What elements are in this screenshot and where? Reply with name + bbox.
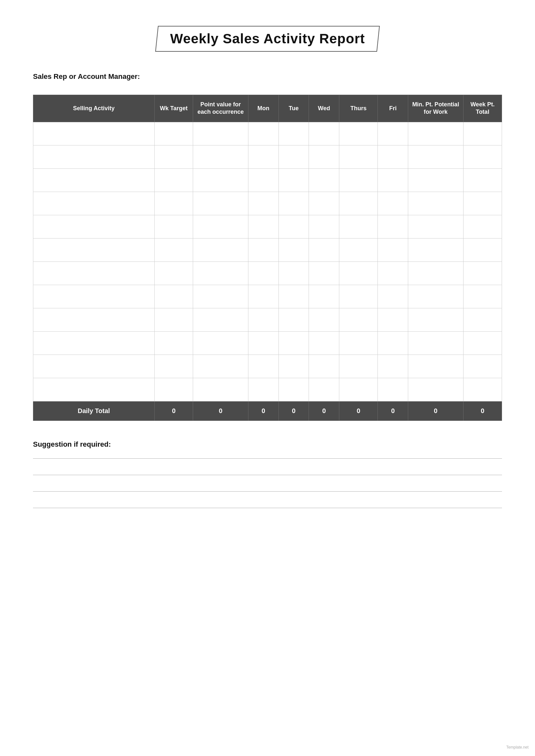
cell-mon-row-10[interactable] [248, 355, 278, 378]
cell-thurs-row-4[interactable] [339, 215, 378, 238]
cell-wed-row-4[interactable] [309, 215, 339, 238]
cell-wed-row-8[interactable] [309, 308, 339, 331]
cell-point_value-row-6[interactable] [193, 261, 248, 285]
cell-mon-row-11[interactable] [248, 378, 278, 401]
cell-thurs-row-0[interactable] [339, 122, 378, 145]
cell-thurs-row-9[interactable] [339, 331, 378, 355]
cell-fri-row-0[interactable] [378, 122, 408, 145]
cell-wk_target-row-11[interactable] [155, 378, 193, 401]
cell-point_value-row-0[interactable] [193, 122, 248, 145]
cell-tue-row-2[interactable] [278, 168, 309, 192]
cell-tue-row-7[interactable] [278, 285, 309, 308]
cell-tue-row-3[interactable] [278, 192, 309, 215]
cell-fri-row-4[interactable] [378, 215, 408, 238]
cell-week_pt_total-row-9[interactable] [463, 331, 502, 355]
cell-wed-row-10[interactable] [309, 355, 339, 378]
cell-tue-row-6[interactable] [278, 261, 309, 285]
cell-week_pt_total-row-10[interactable] [463, 355, 502, 378]
cell-fri-row-3[interactable] [378, 192, 408, 215]
cell-fri-row-2[interactable] [378, 168, 408, 192]
cell-wk_target-row-3[interactable] [155, 192, 193, 215]
cell-tue-row-10[interactable] [278, 355, 309, 378]
cell-point_value-row-1[interactable] [193, 145, 248, 168]
cell-wed-row-1[interactable] [309, 145, 339, 168]
cell-thurs-row-11[interactable] [339, 378, 378, 401]
cell-wk_target-row-4[interactable] [155, 215, 193, 238]
cell-min_pt-row-9[interactable] [408, 331, 463, 355]
cell-thurs-row-6[interactable] [339, 261, 378, 285]
cell-week_pt_total-row-0[interactable] [463, 122, 502, 145]
cell-wed-row-2[interactable] [309, 168, 339, 192]
cell-mon-row-2[interactable] [248, 168, 278, 192]
cell-selling_activity-row-1[interactable] [33, 145, 155, 168]
cell-min_pt-row-1[interactable] [408, 145, 463, 168]
cell-mon-row-9[interactable] [248, 331, 278, 355]
cell-thurs-row-10[interactable] [339, 355, 378, 378]
cell-selling_activity-row-11[interactable] [33, 378, 155, 401]
cell-point_value-row-10[interactable] [193, 355, 248, 378]
cell-week_pt_total-row-3[interactable] [463, 192, 502, 215]
cell-tue-row-11[interactable] [278, 378, 309, 401]
cell-week_pt_total-row-5[interactable] [463, 238, 502, 261]
cell-point_value-row-8[interactable] [193, 308, 248, 331]
cell-wk_target-row-5[interactable] [155, 238, 193, 261]
cell-mon-row-5[interactable] [248, 238, 278, 261]
cell-fri-row-11[interactable] [378, 378, 408, 401]
cell-selling_activity-row-4[interactable] [33, 215, 155, 238]
cell-selling_activity-row-2[interactable] [33, 168, 155, 192]
cell-tue-row-4[interactable] [278, 215, 309, 238]
cell-min_pt-row-11[interactable] [408, 378, 463, 401]
cell-week_pt_total-row-1[interactable] [463, 145, 502, 168]
cell-wed-row-5[interactable] [309, 238, 339, 261]
cell-min_pt-row-10[interactable] [408, 355, 463, 378]
cell-tue-row-1[interactable] [278, 145, 309, 168]
cell-point_value-row-7[interactable] [193, 285, 248, 308]
cell-min_pt-row-0[interactable] [408, 122, 463, 145]
cell-min_pt-row-4[interactable] [408, 215, 463, 238]
cell-mon-row-3[interactable] [248, 192, 278, 215]
cell-point_value-row-4[interactable] [193, 215, 248, 238]
cell-selling_activity-row-10[interactable] [33, 355, 155, 378]
cell-wk_target-row-6[interactable] [155, 261, 193, 285]
cell-wk_target-row-2[interactable] [155, 168, 193, 192]
cell-min_pt-row-5[interactable] [408, 238, 463, 261]
cell-wed-row-6[interactable] [309, 261, 339, 285]
cell-wk_target-row-7[interactable] [155, 285, 193, 308]
cell-min_pt-row-6[interactable] [408, 261, 463, 285]
cell-min_pt-row-2[interactable] [408, 168, 463, 192]
cell-tue-row-5[interactable] [278, 238, 309, 261]
cell-selling_activity-row-9[interactable] [33, 331, 155, 355]
cell-fri-row-9[interactable] [378, 331, 408, 355]
cell-mon-row-6[interactable] [248, 261, 278, 285]
cell-thurs-row-5[interactable] [339, 238, 378, 261]
cell-fri-row-7[interactable] [378, 285, 408, 308]
cell-tue-row-8[interactable] [278, 308, 309, 331]
cell-mon-row-1[interactable] [248, 145, 278, 168]
cell-week_pt_total-row-7[interactable] [463, 285, 502, 308]
cell-tue-row-0[interactable] [278, 122, 309, 145]
cell-thurs-row-2[interactable] [339, 168, 378, 192]
cell-thurs-row-3[interactable] [339, 192, 378, 215]
cell-selling_activity-row-5[interactable] [33, 238, 155, 261]
cell-fri-row-8[interactable] [378, 308, 408, 331]
cell-thurs-row-7[interactable] [339, 285, 378, 308]
cell-point_value-row-3[interactable] [193, 192, 248, 215]
cell-thurs-row-8[interactable] [339, 308, 378, 331]
cell-wed-row-11[interactable] [309, 378, 339, 401]
cell-wk_target-row-8[interactable] [155, 308, 193, 331]
cell-tue-row-9[interactable] [278, 331, 309, 355]
cell-wed-row-9[interactable] [309, 331, 339, 355]
cell-week_pt_total-row-2[interactable] [463, 168, 502, 192]
cell-min_pt-row-8[interactable] [408, 308, 463, 331]
cell-fri-row-5[interactable] [378, 238, 408, 261]
cell-min_pt-row-7[interactable] [408, 285, 463, 308]
cell-selling_activity-row-6[interactable] [33, 261, 155, 285]
cell-wk_target-row-1[interactable] [155, 145, 193, 168]
cell-selling_activity-row-7[interactable] [33, 285, 155, 308]
cell-wk_target-row-9[interactable] [155, 331, 193, 355]
cell-point_value-row-5[interactable] [193, 238, 248, 261]
cell-point_value-row-9[interactable] [193, 331, 248, 355]
cell-wed-row-0[interactable] [309, 122, 339, 145]
cell-fri-row-6[interactable] [378, 261, 408, 285]
cell-selling_activity-row-0[interactable] [33, 122, 155, 145]
